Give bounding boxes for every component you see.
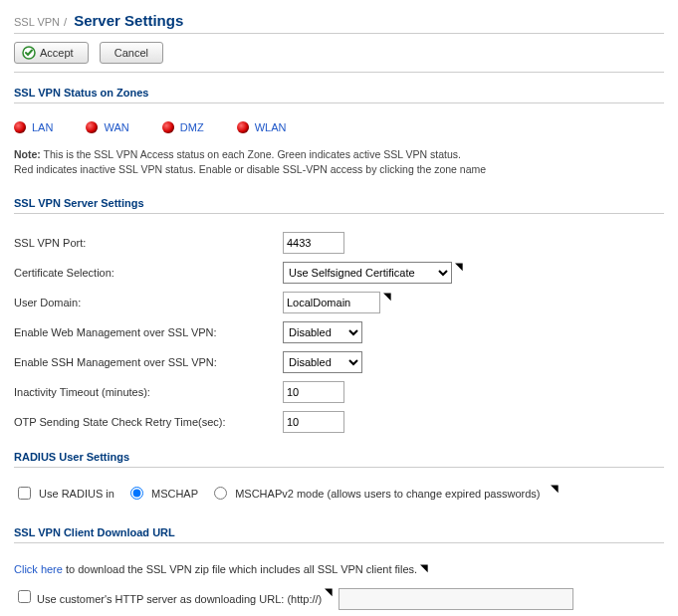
section-zones-header: SSL VPN Status on Zones <box>14 73 664 103</box>
caret-icon: ◥ <box>383 292 391 302</box>
timeout-input[interactable] <box>283 381 344 403</box>
zone-wlan[interactable]: WLAN <box>237 121 287 133</box>
note-line1: This is the SSL VPN Access status on eac… <box>44 148 461 160</box>
status-dot-icon <box>162 121 174 133</box>
click-here-link[interactable]: Click here <box>14 563 63 575</box>
custom-url-input[interactable] <box>339 588 573 610</box>
caret-icon: ◥ <box>455 262 463 272</box>
mschap-radio[interactable] <box>130 487 143 500</box>
zone-dmz-label: DMZ <box>180 121 204 133</box>
mschap-label: MSCHAP <box>151 488 198 500</box>
row-domain: User Domain: ◥ <box>14 288 664 317</box>
sshmgmt-label: Enable SSH Management over SSL VPN: <box>14 356 283 368</box>
domain-label: User Domain: <box>14 297 283 308</box>
accept-button[interactable]: Accept <box>14 42 89 64</box>
download-desc-row: Click here to download the SSL VPN zip f… <box>14 557 664 581</box>
use-radius-checkbox[interactable] <box>18 487 31 500</box>
sshmgmt-select[interactable]: Disabled <box>283 351 362 373</box>
custom-url-label: Use customer's HTTP server as downloadin… <box>37 593 322 605</box>
download-custom-row: Use customer's HTTP server as downloadin… <box>14 581 664 616</box>
radius-row: Use RADIUS in MSCHAP MSCHAPv2 mode (allo… <box>14 482 664 513</box>
breadcrumb: SSL VPN/ Server Settings <box>14 10 664 34</box>
domain-input[interactable] <box>283 292 380 313</box>
page-title: Server Settings <box>74 12 183 29</box>
zone-wan[interactable]: WAN <box>86 121 128 133</box>
accept-label: Accept <box>40 47 74 59</box>
zones-row: LAN WAN DMZ WLAN <box>14 117 664 147</box>
zone-lan[interactable]: LAN <box>14 121 53 133</box>
note-line2: Red indicates inactive SSL VPN status. E… <box>14 163 486 175</box>
mschapv2-radio[interactable] <box>214 487 227 500</box>
webmgmt-label: Enable Web Management over SSL VPN: <box>14 326 283 338</box>
status-dot-icon <box>86 121 98 133</box>
section-radius-header: RADIUS User Settings <box>14 437 664 468</box>
row-port: SSL VPN Port: <box>14 228 664 258</box>
row-cert: Certificate Selection: Use Selfsigned Ce… <box>14 258 664 288</box>
breadcrumb-sep: / <box>60 16 71 28</box>
zone-wlan-label: WLAN <box>255 121 287 133</box>
zones-note: Note: This is the SSL VPN Access status … <box>14 147 664 177</box>
mschapv2-label: MSCHAPv2 mode (allows users to change ex… <box>235 488 540 500</box>
note-label: Note: <box>14 148 41 160</box>
otp-input[interactable] <box>283 411 344 433</box>
breadcrumb-parent: SSL VPN <box>14 16 60 28</box>
caret-icon: ◥ <box>551 484 559 494</box>
port-input[interactable] <box>283 232 344 254</box>
check-circle-icon <box>22 46 36 60</box>
otp-label: OTP Sending State Check Retry Time(sec): <box>14 416 283 428</box>
cancel-button[interactable]: Cancel <box>100 42 163 64</box>
row-webmgmt: Enable Web Management over SSL VPN: Disa… <box>14 317 664 347</box>
caret-icon: ◥ <box>325 587 333 597</box>
timeout-label: Inactivity Timeout (minutes): <box>14 386 283 398</box>
cancel-label: Cancel <box>114 47 148 59</box>
cert-select[interactable]: Use Selfsigned Certificate <box>283 262 452 284</box>
row-sshmgmt: Enable SSH Management over SSL VPN: Disa… <box>14 347 664 377</box>
status-dot-icon <box>14 121 26 133</box>
section-download-header: SSL VPN Client Download URL <box>14 513 664 543</box>
use-radius-label: Use RADIUS in <box>39 488 114 500</box>
status-dot-icon <box>237 121 249 133</box>
cert-label: Certificate Selection: <box>14 267 283 279</box>
row-timeout: Inactivity Timeout (minutes): <box>14 377 664 407</box>
caret-icon: ◥ <box>420 563 428 573</box>
zone-wan-label: WAN <box>104 121 128 133</box>
webmgmt-select[interactable]: Disabled <box>283 321 362 343</box>
section-server-header: SSL VPN Server Settings <box>14 183 664 214</box>
zone-dmz[interactable]: DMZ <box>162 121 204 133</box>
custom-url-checkbox[interactable] <box>18 590 31 603</box>
port-label: SSL VPN Port: <box>14 237 283 249</box>
toolbar: Accept Cancel <box>14 34 664 73</box>
download-desc: to download the SSL VPN zip file which i… <box>63 563 417 575</box>
row-otp: OTP Sending State Check Retry Time(sec): <box>14 407 664 437</box>
zone-lan-label: LAN <box>32 121 53 133</box>
